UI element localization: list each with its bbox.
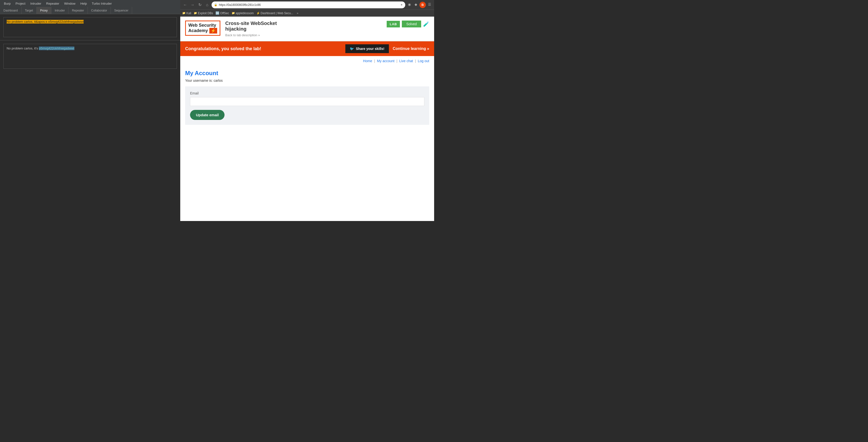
folder-icon: 📁	[182, 11, 186, 15]
logo-text-line2: Academy	[188, 28, 208, 33]
home-button[interactable]: ⌂	[204, 2, 210, 8]
share-label: Share your skills!	[356, 47, 384, 51]
menu-help[interactable]: Help	[78, 1, 89, 6]
sep-3: |	[415, 59, 416, 63]
menu-turbo-intruder[interactable]: Turbo Intruder	[90, 1, 114, 6]
back-to-lab-link[interactable]: Back to lab description »	[225, 33, 382, 37]
browser-content: Web Security Academy ⚡ Cross-site WebSoc…	[180, 17, 434, 221]
tab-dashboard[interactable]: Dashboard	[0, 7, 22, 14]
logo-container: Web Security Academy ⚡	[185, 21, 220, 36]
more-bookmarks-icon[interactable]: »	[297, 11, 299, 15]
bookmark-offsec-label: OffSec	[220, 11, 229, 15]
bookmark-appleblossom[interactable]: 📁 appleblossom	[231, 11, 254, 15]
live-chat-link[interactable]: Live chat	[399, 59, 413, 63]
shield-icon: ◉	[407, 2, 412, 7]
log-out-link[interactable]: Log out	[418, 59, 429, 63]
account-title: My Account	[185, 70, 429, 77]
menu-repeater[interactable]: Repeater	[44, 1, 61, 6]
tab-repeater[interactable]: Repeater	[68, 7, 88, 14]
bookmark-exploit-label: Exploit DBs	[198, 11, 213, 15]
congrats-banner: Congratulations, you solved the lab! 🐦 S…	[180, 41, 434, 56]
browser-nav-bar: ← → ↻ ⌂ 🔒 https://0a18000803f6c281c1c86 …	[180, 0, 434, 10]
message-divider	[0, 40, 180, 40]
lab-label-badge: LAB	[387, 21, 400, 27]
nav-actions: ◉ ◆ B ☰	[407, 2, 432, 8]
bookmark-dashboard[interactable]: ⚡ Dashboard | Web Secu...	[256, 11, 293, 15]
logo-text-line1: Web Security	[188, 23, 217, 28]
menu-intruder[interactable]: Intruder	[28, 1, 43, 6]
message-box-2: No problem carlos, it's o5mvg422ckhfnwga…	[3, 44, 177, 69]
update-email-button[interactable]: Update email	[190, 110, 224, 120]
lab-info: Cross-site WebSocket hijacking Back to l…	[225, 21, 382, 37]
sep-1: |	[374, 59, 375, 63]
folder-icon-3: 📁	[231, 11, 235, 15]
menu-window[interactable]: Window	[62, 1, 77, 6]
bookmark-appleblossom-label: appleblossom	[236, 11, 254, 15]
url-bar[interactable]: 🔒 https://0a18000803f6c281c1c86 ★	[212, 1, 405, 8]
url-text: https://0a18000803f6c281c1c86	[219, 3, 399, 7]
continue-learning-button[interactable]: Continue learning »	[393, 47, 429, 51]
message-2-prefix: No problem carlos, it's	[7, 47, 39, 50]
lock-icon: 🔒	[214, 3, 217, 6]
back-button[interactable]: ←	[182, 2, 188, 8]
flask-icon: 🧪	[423, 21, 429, 27]
lab-title-line1: Cross-site WebSocket	[225, 21, 277, 26]
burp-panel: Burp Project Intruder Repeater Window He…	[0, 0, 180, 221]
offsec-icon: 🆗	[215, 11, 219, 15]
lab-logo: Web Security Academy ⚡	[185, 21, 220, 36]
tab-target[interactable]: Target	[22, 7, 37, 14]
bookmark-kali[interactable]: 📁 Kali	[182, 11, 191, 15]
message-1-highlighted-text[interactable]: No problem carlos, it&apos;s o5mvg422ckh…	[7, 20, 84, 24]
lab-title: Cross-site WebSocket hijacking	[225, 21, 382, 32]
message-2-content: No problem carlos, it's o5mvg422ckhfnwga…	[4, 44, 177, 68]
solved-label: Solved	[406, 22, 417, 26]
message-2-selected-text[interactable]: o5mvg422ckhfnwgadwwt	[39, 47, 74, 50]
star-icon: ★	[400, 3, 403, 6]
solved-badge: Solved	[402, 21, 421, 27]
menu-icon[interactable]: ☰	[427, 2, 432, 7]
lab-status-area: LAB Solved 🧪	[387, 21, 429, 27]
bookmark-exploit-dbs[interactable]: 📁 Exploit DBs	[194, 11, 213, 15]
refresh-button[interactable]: ↻	[197, 2, 203, 8]
portswigger-icon: ⚡	[256, 11, 260, 15]
forward-button[interactable]: →	[190, 2, 195, 8]
bookmarks-bar: 📁 Kali 📁 Exploit DBs 🆗 OffSec 📁 appleblo…	[180, 10, 434, 17]
home-link[interactable]: Home	[363, 59, 372, 63]
my-account-link[interactable]: My account	[377, 59, 395, 63]
email-label: Email	[190, 91, 424, 95]
burp-avatar: B	[420, 2, 426, 8]
tab-proxy[interactable]: Proxy	[37, 7, 51, 14]
lab-header: Web Security Academy ⚡ Cross-site WebSoc…	[180, 17, 434, 41]
browser-chrome: ← → ↻ ⌂ 🔒 https://0a18000803f6c281c1c86 …	[180, 0, 434, 17]
browser-panel: ← → ↻ ⌂ 🔒 https://0a18000803f6c281c1c86 …	[180, 0, 434, 221]
email-input[interactable]	[190, 97, 424, 106]
tab-collaborator[interactable]: Collaborator	[88, 7, 111, 14]
bookmark-dashboard-label: Dashboard | Web Secu...	[261, 11, 293, 15]
tab-sequencer[interactable]: Sequencer	[111, 7, 132, 14]
twitter-icon: 🐦	[350, 47, 354, 51]
burp-content-area: No problem carlos, it&apos;s o5mvg422ckh…	[0, 14, 180, 221]
extensions-icon[interactable]: ◆	[413, 2, 418, 7]
site-nav: Home | My account | Live chat | Log out	[180, 56, 434, 66]
burp-tabs-bar: Dashboard Target Proxy Intruder Repeater…	[0, 7, 180, 14]
menu-project[interactable]: Project	[13, 1, 27, 6]
bookmark-offsec[interactable]: 🆗 OffSec	[215, 11, 229, 15]
tab-intruder[interactable]: Intruder	[51, 7, 68, 14]
congrats-text: Congratulations, you solved the lab!	[185, 46, 341, 51]
folder-icon-2: 📁	[194, 11, 197, 15]
email-form: Email Update email	[185, 86, 429, 125]
username-text: Your username is: carlos	[185, 79, 429, 83]
menu-burp[interactable]: Burp	[2, 1, 12, 6]
lab-title-line2: hijacking	[225, 26, 247, 32]
account-section: My Account Your username is: carlos Emai…	[180, 66, 434, 129]
sep-2: |	[397, 59, 397, 63]
message-box-1: No problem carlos, it&apos;s o5mvg422ckh…	[3, 17, 177, 37]
bookmark-kali-label: Kali	[186, 11, 191, 15]
burp-menubar: Burp Project Intruder Repeater Window He…	[0, 0, 180, 7]
logo-badge: ⚡	[209, 28, 217, 33]
logo-text-line2-container: Academy ⚡	[188, 28, 217, 33]
message-1-content: No problem carlos, it&apos;s o5mvg422ckh…	[4, 18, 177, 37]
share-button[interactable]: 🐦 Share your skills!	[345, 44, 389, 53]
